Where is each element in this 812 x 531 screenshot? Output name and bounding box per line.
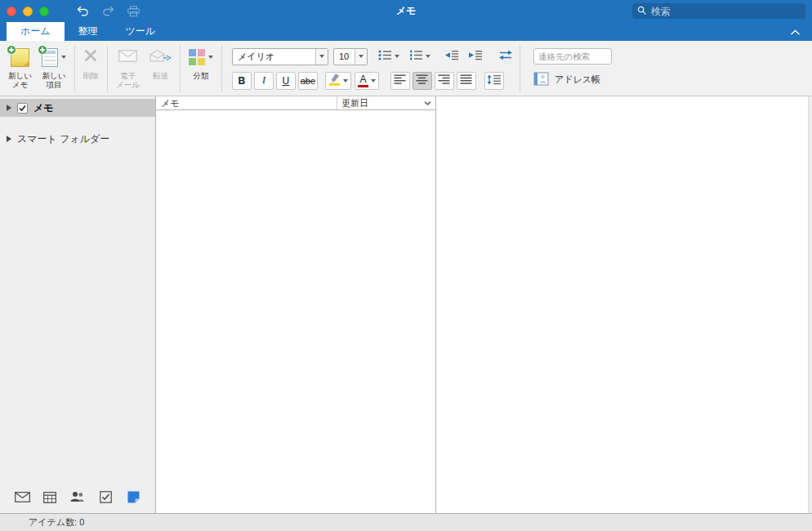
bullets-icon — [378, 49, 392, 64]
plus-badge-icon — [38, 45, 47, 55]
categorize-label: 分類 — [193, 71, 208, 91]
notes-module-icon[interactable] — [124, 488, 142, 506]
sidebar-item-smart-folders[interactable]: スマート フォルダー — [0, 130, 155, 148]
highlight-button[interactable] — [325, 72, 351, 90]
reading-pane — [435, 96, 812, 513]
delete-icon — [83, 48, 98, 66]
disclosure-triangle-icon[interactable] — [7, 136, 11, 142]
people-module-icon[interactable] — [69, 488, 87, 506]
titlebar-search[interactable] — [632, 3, 805, 19]
main-content: メモ スマート フォルダー — [0, 96, 812, 513]
increase-indent-icon — [467, 49, 483, 64]
underline-button[interactable]: U — [276, 72, 296, 90]
minimize-button[interactable] — [23, 7, 33, 16]
status-bar: アイテム数: 0 — [0, 513, 812, 531]
traffic-lights — [7, 7, 49, 16]
zoom-button[interactable] — [39, 7, 49, 16]
close-button[interactable] — [7, 7, 16, 16]
list-header: メモ 更新日 — [156, 96, 435, 110]
chevron-up-icon — [790, 25, 801, 39]
tasks-module-icon[interactable] — [96, 488, 114, 506]
font-group: メイリオ 10 — [232, 42, 516, 90]
new-note-button[interactable]: 新しいメモ — [3, 42, 37, 91]
sidebar: メモ スマート フォルダー — [0, 96, 156, 513]
tab-home[interactable]: ホーム — [7, 22, 65, 41]
print-icon[interactable] — [127, 6, 140, 17]
align-left-button[interactable] — [390, 72, 410, 90]
align-left-icon — [394, 74, 406, 87]
forward-button: 転送 — [145, 42, 176, 91]
forward-label: 転送 — [153, 71, 168, 91]
chevron-down-icon — [426, 55, 431, 58]
align-center-button[interactable] — [413, 72, 432, 90]
module-switcher — [0, 488, 155, 506]
disclosure-triangle-icon[interactable] — [7, 105, 11, 111]
delete-button: 削除 — [78, 42, 104, 91]
align-center-icon — [416, 74, 428, 87]
separator — [180, 45, 181, 92]
chevron-down-icon — [208, 56, 213, 59]
email-label: 電子メール — [116, 71, 140, 91]
notes-checkbox[interactable] — [17, 103, 28, 114]
chevron-down-icon[interactable] — [315, 49, 328, 65]
chevron-down-icon — [61, 56, 66, 59]
forward-icon — [149, 49, 172, 65]
tab-organize[interactable]: 整理 — [65, 22, 112, 41]
chevron-down-icon — [371, 79, 376, 83]
text-direction-icon — [497, 49, 514, 64]
strikethrough-button[interactable]: abe — [298, 72, 318, 90]
scrollbar-track — [808, 96, 812, 513]
increase-indent-button[interactable] — [465, 47, 485, 65]
numbering-button[interactable] — [407, 47, 433, 65]
email-icon — [118, 50, 137, 65]
address-book-button[interactable]: アドレス帳 — [533, 72, 612, 87]
text-direction-button[interactable] — [495, 47, 516, 65]
new-note-label: 新しいメモ — [8, 71, 32, 91]
sidebar-item-label: メモ — [33, 101, 54, 115]
titlebar: メモ — [0, 0, 812, 22]
decrease-indent-button[interactable] — [441, 47, 462, 65]
separator — [107, 45, 108, 92]
align-justify-icon — [460, 74, 472, 87]
tab-tools[interactable]: ツール — [112, 22, 170, 41]
plus-badge-icon — [7, 45, 16, 55]
bold-button[interactable]: B — [232, 72, 252, 90]
bullets-button[interactable] — [376, 47, 402, 65]
align-right-button[interactable] — [435, 72, 454, 90]
separator — [74, 45, 75, 92]
new-item-button[interactable]: 新しい項目 — [37, 42, 71, 91]
notes-list — [156, 110, 435, 513]
align-justify-button[interactable] — [457, 72, 476, 90]
outlook-window: メモ ホーム 整理 ツール 新しいメモ — [0, 0, 812, 531]
column-header-notes[interactable]: メモ — [156, 97, 337, 109]
collapse-ribbon-button[interactable] — [790, 25, 801, 39]
line-spacing-icon — [487, 74, 502, 87]
sidebar-item-label: スマート フォルダー — [17, 132, 109, 146]
line-spacing-button[interactable] — [484, 72, 504, 90]
contact-search-field[interactable] — [533, 48, 612, 65]
new-note-icon — [11, 48, 29, 67]
font-color-icon: A — [358, 74, 368, 87]
contacts-group: アドレス帳 — [533, 42, 612, 87]
separator — [520, 45, 520, 92]
sort-chevron-down-icon[interactable] — [424, 101, 431, 105]
font-name-select[interactable]: メイリオ — [232, 48, 328, 65]
calendar-module-icon[interactable] — [41, 488, 59, 506]
font-size-select[interactable]: 10 — [333, 48, 368, 65]
italic-button[interactable]: I — [254, 72, 274, 90]
quick-access-toolbar — [77, 6, 140, 17]
ribbon-tab-bar: ホーム 整理 ツール — [0, 22, 812, 41]
search-input[interactable] — [651, 6, 801, 17]
contact-search-input[interactable] — [538, 51, 607, 61]
font-color-button[interactable]: A — [355, 72, 379, 90]
undo-icon[interactable] — [77, 6, 89, 16]
mail-module-icon[interactable] — [13, 488, 31, 506]
categorize-button[interactable]: 分類 — [184, 42, 218, 91]
alignment-group — [390, 72, 479, 90]
new-item-icon — [42, 48, 58, 67]
search-icon — [637, 4, 647, 19]
highlight-icon — [328, 73, 341, 89]
sidebar-item-notes[interactable]: メモ — [0, 99, 155, 117]
column-header-modified[interactable]: 更新日 — [337, 96, 435, 109]
chevron-down-icon[interactable] — [355, 49, 367, 65]
